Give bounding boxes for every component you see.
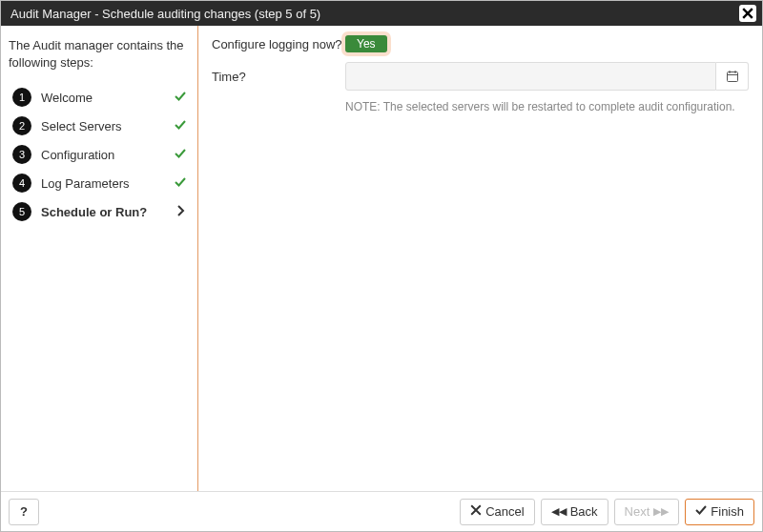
cancel-label: Cancel (485, 504, 524, 519)
svg-rect-0 (727, 72, 737, 82)
rewind-icon: ◀◀ (551, 505, 567, 518)
window-title: Audit Manager - Schedule auditing change… (10, 7, 739, 21)
check-icon (175, 176, 186, 191)
finish-button[interactable]: Finish (685, 499, 754, 525)
configure-now-toggle[interactable]: Yes (345, 35, 387, 52)
forward-icon: ▶▶ (653, 505, 669, 518)
step-label: Schedule or Run? (41, 205, 175, 219)
step-schedule-or-run[interactable]: 5 Schedule or Run? (9, 197, 190, 226)
close-button[interactable] (739, 5, 756, 22)
step-log-parameters[interactable]: 4 Log Parameters (9, 169, 190, 197)
titlebar: Audit Manager - Schedule auditing change… (1, 1, 762, 26)
step-number: 3 (12, 145, 31, 164)
step-configuration[interactable]: 3 Configuration (9, 140, 190, 169)
step-label: Select Servers (41, 119, 171, 133)
chevron-right-icon (175, 205, 186, 219)
back-label: Back (570, 504, 598, 519)
check-icon (175, 91, 186, 105)
close-icon (742, 8, 753, 19)
step-label: Configuration (41, 148, 171, 162)
calendar-button[interactable] (716, 62, 749, 91)
time-input[interactable] (345, 62, 716, 91)
configure-now-row: Configure logging now? Yes (212, 35, 749, 52)
back-button[interactable]: ◀◀ Back (541, 499, 608, 525)
step-label: Welcome (41, 91, 171, 105)
step-number: 4 (12, 174, 31, 193)
next-button[interactable]: Next ▶▶ (614, 499, 680, 525)
step-select-servers[interactable]: 2 Select Servers (9, 112, 190, 140)
wizard-sidebar: The Audit manager contains the following… (1, 26, 198, 491)
dialog-body: The Audit manager contains the following… (1, 26, 762, 491)
wizard-steps: 1 Welcome 2 Select Servers 3 Configurati… (9, 83, 190, 226)
step-welcome[interactable]: 1 Welcome (9, 83, 190, 112)
help-button[interactable]: ? (9, 499, 39, 525)
finish-label: Finish (711, 504, 744, 519)
time-row: Time? (212, 62, 749, 91)
configure-now-label: Configure logging now? (212, 37, 345, 51)
step-label: Log Parameters (41, 176, 171, 191)
step-number: 1 (12, 88, 31, 107)
time-label: Time? (212, 70, 345, 84)
step-number: 5 (12, 202, 31, 221)
check-icon (175, 119, 186, 133)
next-label: Next (625, 504, 650, 519)
calendar-icon (726, 70, 739, 83)
check-icon (695, 504, 707, 519)
step-number: 2 (12, 116, 31, 135)
check-icon (175, 148, 186, 162)
x-icon (470, 504, 482, 519)
restart-note: NOTE: The selected servers will be resta… (345, 100, 749, 113)
sidebar-intro: The Audit manager contains the following… (9, 37, 190, 72)
cancel-button[interactable]: Cancel (460, 499, 534, 525)
wizard-content: Configure logging now? Yes Time? NOTE: T… (198, 26, 762, 491)
audit-manager-dialog: Audit Manager - Schedule auditing change… (0, 0, 763, 532)
dialog-footer: ? Cancel ◀◀ Back Next ▶▶ Finish (1, 491, 762, 531)
